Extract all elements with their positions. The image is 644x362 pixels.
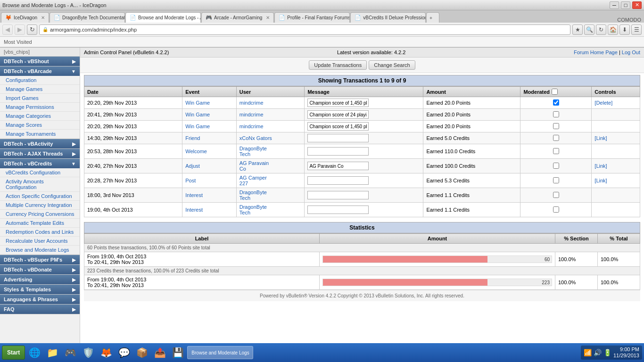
message-input[interactable]: [307, 147, 369, 156]
user-link[interactable]: DragonByteTech: [239, 146, 267, 157]
tab-new[interactable]: ＋: [426, 12, 439, 23]
bookmark-star[interactable]: ★: [572, 25, 583, 35]
sidebar-item-recalculate[interactable]: Recalculate User Accounts: [0, 237, 80, 246]
taskbar-drive-icon[interactable]: 💾: [169, 345, 186, 360]
taskbar-ftp-icon[interactable]: 📤: [151, 345, 168, 360]
address-bar[interactable]: 🔒 armorgaming.com/admincp/index.php: [39, 25, 570, 35]
logout-link[interactable]: Log Out: [622, 49, 640, 55]
delete-link[interactable]: [Delete]: [594, 100, 612, 106]
event-link[interactable]: Interest: [185, 207, 203, 213]
download-btn[interactable]: ⬇: [619, 25, 630, 35]
taskbar-firefox-icon[interactable]: 🦊: [98, 345, 115, 360]
tab-close-icedivagon[interactable]: ✕: [41, 15, 45, 20]
back-button[interactable]: ◀: [2, 25, 13, 35]
sidebar-item-auto-template[interactable]: Automatic Template Edits: [0, 219, 80, 228]
refresh-btn[interactable]: ↻: [596, 25, 606, 35]
sidebar-item-manage-categories[interactable]: Manage Categories: [0, 112, 80, 121]
taskbar-ie-icon[interactable]: 🌐: [26, 345, 43, 360]
user-link[interactable]: DragonByteTech: [239, 189, 267, 201]
moderated-checkbox[interactable]: [553, 148, 559, 154]
event-link[interactable]: Win Game: [185, 123, 210, 129]
event-link[interactable]: Friend: [185, 135, 200, 141]
moderated-checkbox[interactable]: [553, 135, 559, 141]
user-link[interactable]: AG Camper227: [239, 175, 267, 186]
sidebar-header-superpms[interactable]: DBTech - vBSuper PM's ▶: [0, 255, 80, 264]
close-btn[interactable]: ✕: [632, 1, 642, 9]
message-input[interactable]: [307, 122, 369, 131]
message-input[interactable]: [307, 191, 369, 199]
update-transactions-btn[interactable]: Update Transactions: [309, 60, 367, 70]
message-input[interactable]: [307, 99, 369, 107]
event-link[interactable]: Post: [185, 178, 196, 183]
tab-dbtech[interactable]: 📄 DragonByte Tech Documentati... ✕: [50, 12, 125, 23]
moderated-checkbox[interactable]: [553, 206, 559, 213]
maximize-btn[interactable]: □: [621, 1, 630, 9]
event-link[interactable]: Win Game: [185, 112, 210, 117]
menu-btn[interactable]: ☰: [631, 25, 642, 35]
taskbar-skype-icon[interactable]: 💬: [116, 345, 132, 360]
moderated-checkbox[interactable]: [553, 99, 559, 106]
message-input[interactable]: [307, 206, 369, 214]
sidebar-item-action-specific[interactable]: Action Specific Configuration: [0, 192, 80, 201]
change-search-btn[interactable]: Change Search: [369, 60, 415, 70]
taskbar-archive-icon[interactable]: 📦: [133, 345, 150, 360]
sidebar-header-ajaxthreads[interactable]: DBTech - AJAX Threads ▶: [0, 149, 80, 158]
forward-button[interactable]: ▶: [15, 25, 25, 35]
link-link[interactable]: [Link]: [594, 163, 607, 169]
tab-browse[interactable]: 📄 Browse and Moderate Logs - A... ✕: [125, 12, 201, 23]
sidebar-item-activity-amounts[interactable]: Activity Amounts Configuration: [0, 177, 80, 192]
moderated-checkbox[interactable]: [553, 123, 559, 129]
sidebar-item-manage-scores[interactable]: Manage Scores: [0, 121, 80, 130]
forum-home-link[interactable]: Forum Home Page: [574, 49, 618, 55]
tab-vbcredits[interactable]: 📄 vBCredits II Deluxe Professional S... …: [350, 12, 426, 23]
user-link[interactable]: xCoNx Gators: [239, 135, 272, 141]
sidebar-item-manage-tournaments[interactable]: Manage Tournaments: [0, 130, 80, 139]
sidebar-header-advertising[interactable]: Advertising ▶: [0, 275, 80, 284]
search-bar-btn[interactable]: 🔍: [584, 25, 594, 35]
link-link[interactable]: [Link]: [594, 135, 607, 141]
message-input[interactable]: [307, 110, 369, 119]
tab-arcade[interactable]: 🎮 Arcade - ArmorGaming ✕: [201, 12, 274, 23]
sidebar-header-vbactivity[interactable]: DBTech - vBActivity ▶: [0, 139, 80, 148]
sidebar-header-styles[interactable]: Styles & Templates ▶: [0, 285, 80, 294]
sidebar-header-vbdonate[interactable]: DBTech - vBDonate ▶: [0, 265, 80, 274]
event-link[interactable]: Adjust: [185, 163, 200, 169]
event-link[interactable]: Win Game: [185, 100, 210, 106]
event-link[interactable]: Welcome: [185, 148, 207, 154]
moderated-checkbox[interactable]: [553, 163, 559, 169]
tray-network-icon[interactable]: 📶: [584, 349, 592, 356]
taskbar-browse-btn[interactable]: Browse and Moderate Logs: [187, 346, 253, 359]
sidebar-header-faq[interactable]: FAQ ▶: [0, 304, 80, 314]
tab-icedivagon[interactable]: 🦊 IceDivagon ✕: [1, 12, 49, 23]
sidebar-item-import-games[interactable]: Import Games: [0, 94, 80, 103]
moderated-checkbox[interactable]: [553, 192, 559, 198]
event-link[interactable]: Interest: [185, 192, 203, 198]
sidebar-item-redemption[interactable]: Redemption Codes and Links: [0, 228, 80, 237]
sidebar-item-configuration[interactable]: Configuration: [0, 76, 80, 85]
taskbar-games-icon[interactable]: 🎮: [62, 345, 79, 360]
taskbar-security-icon[interactable]: 🛡️: [80, 345, 97, 360]
tray-volume-icon[interactable]: 🔊: [594, 349, 602, 356]
sidebar-item-browse-logs[interactable]: Browse and Moderate Logs: [0, 246, 80, 255]
tab-profile[interactable]: 📄 Profile - Final Fantasy Forums ✕: [274, 12, 350, 23]
sidebar-header-languages[interactable]: Languages & Phrases ▶: [0, 295, 80, 304]
message-input[interactable]: [307, 134, 369, 142]
sidebar-item-vbcredits-config[interactable]: vBCredits Configuration: [0, 168, 80, 177]
sidebar-header-vbshout[interactable]: DBTech - vBShout ▶: [0, 57, 80, 66]
home-btn[interactable]: 🏠: [608, 25, 618, 35]
moderated-checkbox[interactable]: [553, 111, 559, 117]
sidebar-item-manage-permissions[interactable]: Manage Permissions: [0, 103, 80, 112]
message-input[interactable]: [307, 176, 369, 185]
sidebar-item-currency-pricing[interactable]: Currency Pricing Conversions: [0, 210, 80, 219]
link-link[interactable]: [Link]: [594, 178, 607, 183]
user-link[interactable]: mindcrime: [239, 100, 264, 106]
tray-battery-icon[interactable]: 🔋: [603, 349, 611, 356]
start-button[interactable]: Start: [2, 346, 25, 360]
tab-close-arcade[interactable]: ✕: [266, 15, 270, 20]
sidebar-header-vbarcade[interactable]: DBTech - vBArcade ▼: [0, 66, 80, 76]
user-link[interactable]: mindcrime: [239, 112, 264, 117]
taskbar-explorer-icon[interactable]: 📁: [44, 345, 61, 360]
tray-time[interactable]: 9:00 PM 11/29/2013: [613, 346, 639, 359]
user-link[interactable]: AG ParavainCo: [239, 160, 269, 172]
moderated-all-checkbox[interactable]: [552, 89, 558, 95]
